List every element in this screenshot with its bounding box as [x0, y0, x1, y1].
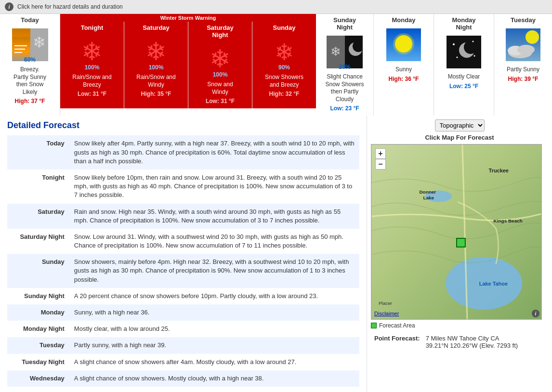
desc-monday-night: Mostly Clear: [436, 73, 492, 81]
svg-point-28: [473, 41, 474, 42]
map-container[interactable]: Truckee Donner Lake Kings Beach Lake Tah…: [371, 144, 542, 320]
forecast-row: TodaySnow likely after 4pm. Partly sunny…: [7, 135, 359, 170]
icon-tonight: ❄ 100%: [61, 33, 123, 72]
forecast-row: Monday NightMostly clear, with a low aro…: [7, 321, 359, 337]
svg-text:Lake: Lake: [423, 196, 434, 201]
svg-point-26: [474, 55, 475, 57]
forecast-row: SaturdayRain and snow. High near 35. Win…: [7, 204, 359, 229]
forecast-row: WednesdayA slight chance of snow showers…: [7, 370, 359, 387]
icon-today: ❄ 60%: [1, 26, 59, 64]
svg-text:❄: ❄: [210, 45, 231, 73]
svg-text:❄: ❄: [275, 39, 294, 65]
forecast-text: Mostly clear, with a low around 25.: [69, 321, 359, 337]
zoom-out-button[interactable]: −: [375, 159, 386, 170]
day-name-monday: Monday: [375, 16, 433, 24]
day-monday: Monday Sunny High: 36 °F: [374, 14, 434, 116]
icon-tuesday: [495, 26, 551, 64]
disclaimer-link[interactable]: Disclaimer: [374, 311, 399, 316]
forecast-text: Snow. Low around 31. Windy, with a south…: [69, 229, 359, 254]
forecast-text: A 20 percent chance of snow showers befo…: [69, 288, 359, 304]
svg-point-30: [526, 30, 539, 44]
icon-saturday-night: ❄ 100%: [189, 40, 251, 79]
point-forecast-coords: 39.21°N 120.26°W (Elev. 7293 ft): [426, 342, 518, 349]
forecast-row: TuesdayPartly sunny, with a high near 39…: [7, 337, 359, 353]
warning-banner: Winter Storm Warning: [60, 14, 316, 22]
icon-monday-night: [435, 33, 493, 71]
precip-saturday-night: 100%: [213, 71, 228, 78]
point-forecast: Point Forecast: 7 Miles NW Tahoe City CA…: [371, 333, 548, 351]
forecast-row: Wednesday NightMostly cloudy, with a low…: [7, 387, 359, 392]
day-name-today: Today: [1, 16, 59, 24]
temp-monday-night: Low: 25 °F: [435, 83, 493, 90]
temp-saturday-night: Low: 31 °F: [189, 98, 251, 105]
icon-sunday-night: ❄ 20%: [317, 33, 372, 71]
zoom-in-button[interactable]: +: [375, 148, 386, 159]
precip-sunday: 90%: [278, 64, 290, 71]
day-name-sunday-night: SundayNight: [317, 16, 372, 31]
forecast-period: Sunday Night: [7, 288, 69, 304]
forecast-period: Tonight: [7, 170, 69, 204]
icon-saturday: ❄ 100%: [125, 33, 187, 72]
temp-tuesday: High: 39 °F: [495, 76, 551, 82]
forecast-period: Saturday: [7, 204, 69, 229]
map-type-select[interactable]: Topographic Satellite Street: [435, 119, 485, 131]
map-zoom-controls: + −: [375, 148, 386, 170]
day-name-saturday: Saturday: [125, 24, 187, 31]
temp-today: High: 37 °F: [1, 98, 59, 105]
svg-text:Placer: Placer: [379, 301, 393, 306]
desc-sunday-night: Slight ChanceSnow Showersthen PartlyClou…: [318, 73, 371, 103]
day-name-tonight: Tonight: [61, 24, 123, 31]
desc-saturday-night: Snow andWindy: [190, 81, 250, 96]
svg-point-24: [464, 40, 477, 54]
detailed-forecast-panel: Detailed Forecast TodaySnow likely after…: [0, 116, 367, 392]
forecast-period: Wednesday: [7, 370, 69, 387]
forecast-text: A slight chance of snow showers. Mostly …: [69, 370, 359, 387]
day-saturday-night: SaturdayNight ❄ 100% Snow andWindy Low: …: [188, 22, 252, 108]
day-tuesday: Tuesday Partly Sunny High: 39 °F: [494, 14, 552, 116]
forecast-period: Monday Night: [7, 321, 69, 337]
forecast-period: Today: [7, 135, 69, 170]
temp-sunday: High: 32 °F: [253, 91, 315, 97]
forecast-period: Monday: [7, 304, 69, 321]
svg-text:❄: ❄: [145, 38, 167, 65]
svg-text:❄: ❄: [81, 38, 103, 65]
day-name-tuesday: Tuesday: [495, 16, 551, 24]
day-name-monday-night: MondayNight: [435, 16, 493, 31]
svg-text:Truckee: Truckee: [489, 168, 509, 173]
precip-saturday: 100%: [149, 64, 164, 71]
desc-sunday: Snow Showersand Breezy: [254, 74, 314, 89]
day-saturday: Saturday ❄ 100% Rain/Snow andWindy High:…: [124, 22, 188, 108]
forecast-text: A slight chance of snow showers after 4a…: [69, 354, 359, 370]
warning-group: Winter Storm Warning Tonight ❄ 100% Rain…: [60, 14, 316, 116]
legend-label: Forecast Area: [379, 322, 415, 329]
svg-point-33: [517, 45, 535, 54]
svg-point-27: [457, 57, 458, 58]
forecast-row: SundaySnow showers, mainly before 4pm. H…: [7, 254, 359, 288]
desc-monday: Sunny: [376, 66, 432, 74]
click-map-label: Click Map For Forecast: [371, 134, 548, 141]
day-name-saturday-night: SaturdayNight: [189, 24, 251, 39]
forecast-row: TonightSnow likely before 10pm, then rai…: [7, 170, 359, 204]
svg-text:❄: ❄: [330, 44, 341, 59]
forecast-period: Sunday: [7, 254, 69, 288]
day-sunday-night: SundayNight ❄ 20% Slig: [316, 14, 374, 116]
svg-text:Kings Beach: Kings Beach: [494, 218, 523, 223]
precip-sunday-night: 20%: [339, 64, 350, 70]
desc-tonight: Rain/Snow andBreezy: [62, 74, 122, 89]
forecast-period: Tuesday Night: [7, 354, 69, 370]
detailed-forecast-title: Detailed Forecast: [7, 120, 359, 131]
day-tonight: Tonight ❄ 100% Rain/Snow andBreezy Low: …: [60, 22, 124, 108]
day-sunday: Sunday ❄ 90% Snow Showersand Breezy High…: [252, 22, 316, 108]
legend-square: [371, 323, 377, 328]
svg-point-25: [453, 43, 455, 45]
temp-saturday: High: 35 °F: [125, 91, 187, 97]
day-monday-night: MondayNight Mostly Clear Low: 25 °F: [434, 14, 494, 116]
point-forecast-location: 7 Miles NW Tahoe City CA: [426, 335, 499, 342]
info-icon: i: [5, 2, 13, 11]
hazard-bar[interactable]: i Click here for hazard details and dura…: [0, 0, 552, 14]
svg-rect-43: [457, 238, 465, 247]
hazard-text: Click here for hazard details and durati…: [17, 3, 123, 10]
desc-tuesday: Partly Sunny: [496, 66, 550, 74]
temp-tonight: Low: 31 °F: [61, 91, 123, 97]
day-today: Today: [0, 14, 60, 116]
